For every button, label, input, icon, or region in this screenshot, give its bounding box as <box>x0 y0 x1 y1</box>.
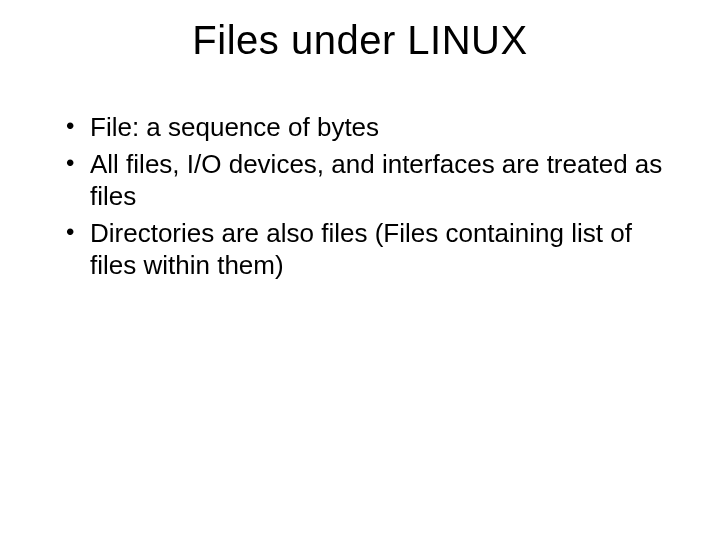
slide-container: Files under LINUX File: a sequence of by… <box>0 0 720 540</box>
bullet-item: Directories are also files (Files contai… <box>66 217 672 282</box>
slide-title: Files under LINUX <box>48 18 672 63</box>
bullet-list: File: a sequence of bytes All files, I/O… <box>48 111 672 282</box>
bullet-item: All files, I/O devices, and interfaces a… <box>66 148 672 213</box>
bullet-item: File: a sequence of bytes <box>66 111 672 144</box>
